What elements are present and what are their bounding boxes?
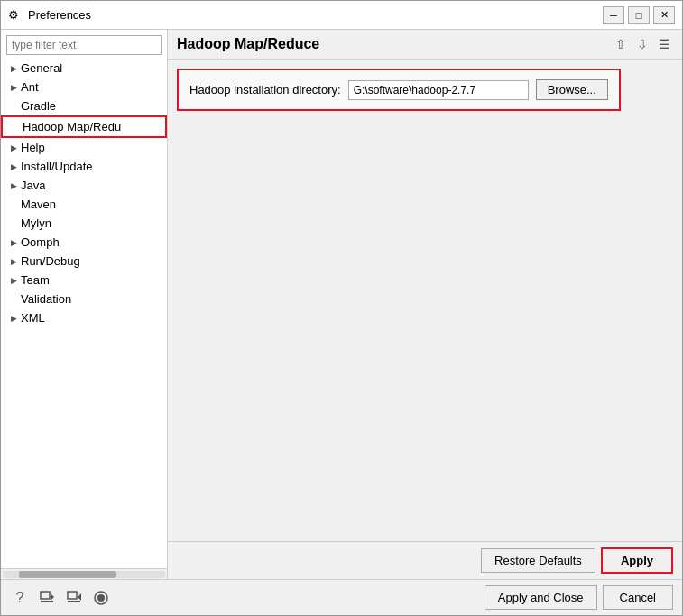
footer-icons: ? [10, 588, 477, 608]
sidebar-item-label: Maven [21, 198, 56, 211]
main-content: Hadoop Map/Reduce ⇧ ⇩ ☰ Hadoop installat… [168, 30, 682, 579]
sidebar-item-xml[interactable]: ▶ XML [1, 308, 167, 327]
collapse-icon[interactable]: ⇩ [633, 35, 651, 53]
sidebar-item-validation[interactable]: ▶ Validation [1, 290, 167, 308]
sidebar-item-oomph[interactable]: ▶ Oomph [1, 233, 167, 252]
sidebar-item-install-update[interactable]: ▶ Install/Update [1, 157, 167, 176]
chevron-right-icon: ▶ [8, 237, 19, 248]
sidebar-item-label: Team [21, 273, 50, 287]
sidebar-item-label: Help [21, 141, 45, 154]
svg-rect-0 [41, 601, 53, 602]
svg-rect-1 [41, 592, 50, 599]
sidebar-item-ant[interactable]: ▶ Ant [1, 78, 167, 97]
chevron-right-icon: ▶ [8, 161, 19, 172]
close-button[interactable]: ✕ [653, 6, 675, 24]
expand-icon[interactable]: ⇧ [612, 35, 630, 53]
chevron-right-icon: ▶ [8, 275, 19, 286]
svg-rect-3 [68, 601, 80, 602]
chevron-right-icon: ▶ [8, 82, 19, 93]
title-bar: ⚙ Preferences ─ □ ✕ [1, 1, 682, 30]
svg-marker-2 [51, 593, 54, 601]
chevron-right-icon: ▶ [8, 143, 19, 153]
chevron-right-icon: ▶ [8, 180, 19, 191]
main-title: Hadoop Map/Reduce [177, 36, 319, 52]
main-body: Hadoop installation directory: Browse... [168, 60, 682, 541]
sidebar-item-label: Oomph [21, 235, 60, 249]
sidebar-item-hadoop[interactable]: ▶ Hadoop Map/Redu [1, 115, 167, 138]
sidebar-item-general[interactable]: ▶ General [1, 59, 167, 78]
maximize-button[interactable]: □ [628, 6, 650, 24]
scroll-track [3, 571, 165, 578]
window-title: Preferences [28, 8, 603, 22]
hadoop-config-box: Hadoop installation directory: Browse... [177, 69, 621, 111]
export-icon[interactable] [37, 588, 57, 608]
footer-buttons: Apply and Close Cancel [485, 585, 673, 610]
window-controls: ─ □ ✕ [603, 6, 675, 24]
sidebar-item-label: Gradle [21, 99, 56, 113]
sidebar-item-java[interactable]: ▶ Java [1, 176, 167, 195]
restore-defaults-button[interactable]: Restore Defaults [481, 548, 595, 573]
svg-rect-4 [68, 592, 77, 599]
scroll-thumb [19, 571, 116, 578]
sidebar-item-mylyn[interactable]: ▶ Mylyn [1, 214, 167, 233]
sidebar-item-label: Run/Debug [21, 254, 80, 268]
chevron-right-icon: ▶ [8, 63, 19, 74]
sidebar-item-label: Install/Update [21, 160, 93, 173]
browse-button[interactable]: Browse... [536, 79, 608, 100]
svg-marker-5 [78, 593, 81, 601]
sidebar-item-label: General [21, 61, 62, 75]
import-icon[interactable] [64, 588, 84, 608]
hadoop-dir-input[interactable] [348, 80, 529, 100]
sidebar-item-label: Validation [21, 292, 71, 306]
help-icon[interactable]: ? [10, 588, 30, 608]
minimize-button[interactable]: ─ [603, 6, 624, 24]
header-icons: ⇧ ⇩ ☰ [612, 35, 673, 53]
sidebar-item-label: Mylyn [21, 216, 51, 230]
app-icon: ⚙ [8, 8, 23, 23]
menu-icon[interactable]: ☰ [655, 35, 673, 53]
content-area: ▶ General ▶ Ant ▶ Gradle ▶ Hadoop Map/Re… [1, 30, 682, 579]
sidebar: ▶ General ▶ Ant ▶ Gradle ▶ Hadoop Map/Re… [1, 30, 168, 579]
sidebar-item-label: Ant [21, 80, 39, 94]
chevron-right-icon: ▶ [8, 256, 19, 267]
apply-button[interactable]: Apply [601, 547, 673, 574]
sidebar-item-label: Hadoop Map/Redu [23, 120, 121, 133]
cancel-button[interactable]: Cancel [603, 585, 673, 610]
hadoop-dir-label: Hadoop installation directory: [189, 83, 341, 97]
tree-area: ▶ General ▶ Ant ▶ Gradle ▶ Hadoop Map/Re… [1, 59, 167, 568]
sidebar-item-maven[interactable]: ▶ Maven [1, 195, 167, 214]
footer-bar: ? [1, 579, 682, 615]
sidebar-item-team[interactable]: ▶ Team [1, 271, 167, 290]
bottom-bar: Restore Defaults Apply [168, 541, 682, 579]
sidebar-item-label: XML [21, 311, 45, 325]
apply-close-button[interactable]: Apply and Close [485, 585, 597, 610]
sidebar-item-run-debug[interactable]: ▶ Run/Debug [1, 252, 167, 271]
svg-point-7 [97, 594, 105, 602]
main-header: Hadoop Map/Reduce ⇧ ⇩ ☰ [168, 30, 682, 60]
sidebar-item-gradle[interactable]: ▶ Gradle [1, 97, 167, 115]
chevron-right-icon: ▶ [8, 313, 19, 324]
sidebar-scrollbar[interactable] [1, 568, 167, 579]
sidebar-item-help[interactable]: ▶ Help [1, 138, 167, 157]
sidebar-item-label: Java [21, 179, 45, 192]
radio-icon[interactable] [91, 588, 111, 608]
filter-input[interactable] [6, 35, 162, 55]
preferences-window: ⚙ Preferences ─ □ ✕ ▶ General ▶ Ant [0, 0, 683, 616]
